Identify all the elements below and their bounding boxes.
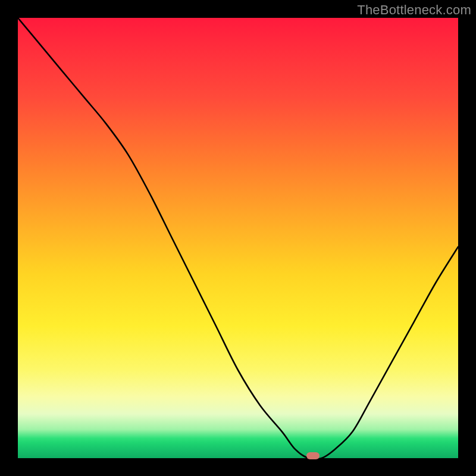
optimum-marker bbox=[306, 452, 320, 459]
attribution-text: TheBottleneck.com bbox=[357, 2, 471, 18]
bottleneck-curve bbox=[18, 18, 458, 458]
chart-frame: TheBottleneck.com bbox=[0, 0, 476, 476]
plot-area bbox=[18, 18, 458, 458]
